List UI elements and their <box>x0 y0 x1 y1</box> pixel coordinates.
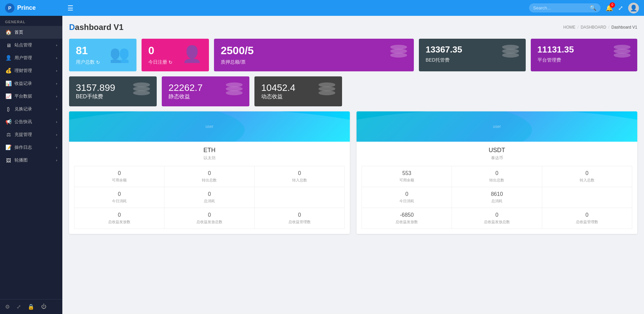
eth-transfer-in: 0 转入总数 <box>255 166 344 187</box>
stat-card-bed-custody: 13367.35 BED托管费 <box>419 39 526 71</box>
stat-card-bed-fee: 3157.899 BED手续费 <box>69 76 157 106</box>
sidebar-label-banner: 轮播图 <box>14 157 28 163</box>
eth-card-banner: user <box>69 111 350 142</box>
page-title: Dashboard V1 <box>69 23 123 32</box>
sidebar-item-site[interactable]: 🖥 站点管理 › <box>0 39 62 51</box>
breadcrumb-dashboard[interactable]: DASHBOARD <box>581 25 606 30</box>
register-number: 0 <box>148 45 179 57</box>
stats-row-1: 81 用户总数 ↻ 👥 0 今日注册 ↻ 👤 <box>69 39 637 71</box>
eth-title: ETH <box>74 147 345 154</box>
chevron-right-icon4: › <box>56 81 57 85</box>
users-icon: 👥 <box>110 45 130 64</box>
top-header: P Prince ☰ 🔍 🔔 0 ⤢ 👤 <box>0 0 644 16</box>
usdt-title: USDT <box>362 147 632 154</box>
chevron-right-icon6: › <box>56 107 57 111</box>
usdt-total-income1: -6850 总收益发放数 <box>362 208 452 229</box>
sidebar-item-exchange[interactable]: ₿ 兑换记录 › <box>0 103 62 115</box>
notification-bell[interactable]: 🔔 0 <box>606 4 613 12</box>
sidebar: GENERAL 🏠 首页 🖥 站点管理 › 👤 用户管理 › 💰 理财管理 › … <box>0 16 62 314</box>
eth-card: user ETH 以太坊 0 可用余额 0 转出总数 <box>69 111 350 234</box>
log-icon: 📝 <box>5 144 12 150</box>
user-icon: 👤 <box>5 55 12 61</box>
eth-banner-label: user <box>206 124 213 129</box>
sidebar-label-finance: 理财管理 <box>14 68 32 74</box>
eth-transfer-out: 0 转出总数 <box>164 166 254 187</box>
eth-stats-row2: 0 今日消耗 0 总消耗 <box>74 187 345 208</box>
eth-stats-row3: 0 总收益发放数 0 总收益发放总数 0 总收益管理数 <box>74 208 345 229</box>
stat-card-dynamic: 10452.4 动态收益 <box>254 76 342 106</box>
stat-card-users: 81 用户总数 ↻ 👥 <box>69 39 136 71</box>
logo-icon: P <box>5 3 14 13</box>
monitor-icon: 🖥 <box>5 42 12 48</box>
usdt-total-use: 8610 总消耗 <box>452 187 542 208</box>
sidebar-item-banner[interactable]: 🖼 轮播图 › <box>0 154 62 167</box>
search-box[interactable]: 🔍 <box>529 3 601 12</box>
eth-total-income3: 0 总收益管理数 <box>255 208 344 229</box>
notification-badge: 0 <box>610 2 615 8</box>
main-content: Dashboard V1 HOME / DASHBOARD / Dashboar… <box>62 16 644 314</box>
users-label: 用户总数 ↻ <box>76 59 106 65</box>
sidebar-item-platform[interactable]: 📈 平台数据 › <box>0 90 62 103</box>
stat-card-register: 0 今日注册 ↻ 👤 <box>142 39 209 71</box>
db-icon-dynamic <box>318 82 335 95</box>
platform-fee-number: 11131.35 <box>538 45 611 55</box>
stat-card-static: 22262.7 静态收益 <box>162 76 249 106</box>
bed-custody-number: 13367.35 <box>426 45 499 55</box>
menu-toggle-button[interactable]: ☰ <box>67 4 73 12</box>
sidebar-item-finance[interactable]: 💰 理财管理 › <box>0 64 62 77</box>
static-label: 静态收益 <box>168 93 203 100</box>
expand-icon[interactable]: ⤢ <box>618 4 623 12</box>
search-input[interactable] <box>533 5 587 10</box>
home-icon: 🏠 <box>5 29 12 35</box>
header-right: 🔍 🔔 0 ⤢ 👤 <box>529 3 639 13</box>
eth-total-use: 0 总消耗 <box>164 187 254 208</box>
stat-card-pledge: 2500/5 质押总额/票 <box>214 39 414 71</box>
usdt-subtitle: 泰达币 <box>362 155 632 161</box>
register-label: 今日注册 ↻ <box>148 59 179 65</box>
logo: P Prince <box>5 3 67 13</box>
sidebar-label-platform: 平台数据 <box>14 93 32 99</box>
finance-icon: 💰 <box>5 68 12 74</box>
deposit-icon: ⚖ <box>5 132 12 138</box>
static-number: 22262.7 <box>168 82 203 93</box>
sidebar-item-deposit[interactable]: ⚖ 充提管理 › <box>0 128 62 141</box>
pledge-label: 质押总额/票 <box>221 59 387 65</box>
platform-fee-label: 平台管理费 <box>538 57 611 63</box>
usdt-total-income2: 0 总收益发放总数 <box>452 208 542 229</box>
chevron-right-icon10: › <box>56 158 57 162</box>
db-icon-platform <box>614 45 631 58</box>
eth-stats-row1: 0 可用余额 0 转出总数 0 转入总数 <box>74 166 345 187</box>
expand-sidebar-icon[interactable]: ⤢ <box>17 304 21 310</box>
chevron-right-icon9: › <box>56 145 57 149</box>
person-icon: 👤 <box>182 45 202 64</box>
sidebar-item-home[interactable]: 🏠 首页 <box>0 26 62 39</box>
sidebar-item-income[interactable]: 📊 收益记录 › <box>0 77 62 90</box>
search-icon: 🔍 <box>590 5 596 11</box>
platform-icon: 📈 <box>5 93 12 99</box>
sidebar-item-log[interactable]: 📝 操作日志 › <box>0 141 62 154</box>
sidebar-item-users[interactable]: 👤 用户管理 › <box>0 51 62 64</box>
usdt-card: user USDT 泰达币 553 可用余额 0 转出总数 <box>357 111 637 234</box>
usdt-today-use: 0 今日消耗 <box>362 187 452 208</box>
breadcrumb-home[interactable]: HOME <box>563 25 576 30</box>
power-icon[interactable]: ⏻ <box>41 304 47 310</box>
chevron-right-icon: › <box>56 43 57 47</box>
sidebar-label-income: 收益记录 <box>14 80 32 86</box>
usdt-stats-row2: 0 今日消耗 8610 总消耗 <box>362 187 632 208</box>
sidebar-item-announce[interactable]: 📢 公告快讯 › <box>0 115 62 128</box>
eth-total-income2: 0 总收益发放总数 <box>164 208 254 229</box>
sidebar-section-label: GENERAL <box>0 16 62 26</box>
lock-icon[interactable]: 🔒 <box>28 304 34 310</box>
dynamic-label: 动态收益 <box>261 93 295 100</box>
banner-icon: 🖼 <box>5 158 12 163</box>
pledge-number: 2500/5 <box>221 45 387 57</box>
usdt-card-banner: user <box>357 111 637 142</box>
sidebar-label-log: 操作日志 <box>14 144 32 150</box>
usdt-stats-row3: -6850 总收益发放数 0 总收益发放总数 0 总收益管理数 <box>362 208 632 229</box>
eth-total-income1: 0 总收益发放数 <box>74 208 164 229</box>
eth-today-use: 0 今日消耗 <box>74 187 164 208</box>
settings-icon[interactable]: ⚙ <box>5 304 10 310</box>
chevron-right-icon2: › <box>56 56 57 60</box>
user-avatar[interactable]: 👤 <box>628 3 639 13</box>
usdt-card-body: USDT 泰达币 553 可用余额 0 转出总数 0 转入总 <box>357 142 637 234</box>
